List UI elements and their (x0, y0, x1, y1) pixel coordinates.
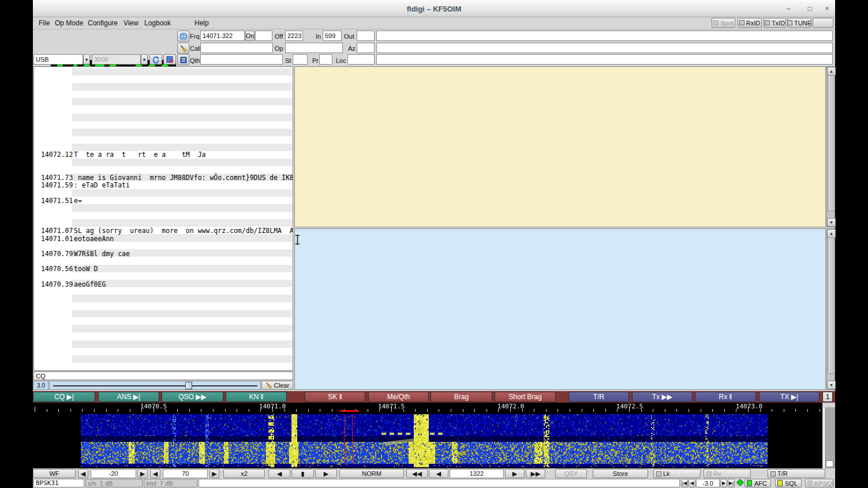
rxid-button[interactable]: RxID (738, 18, 762, 28)
menu-view[interactable]: View (124, 19, 139, 27)
macro-button-short-brag[interactable]: Short Brag (495, 392, 556, 402)
macro-button-cq[interactable]: CQ ▶| (33, 392, 95, 402)
menu-op-mode[interactable]: Op Mode (55, 19, 83, 27)
tune-checkbox[interactable] (787, 20, 792, 25)
rx-scroll-thumb[interactable] (828, 75, 835, 211)
macro-button-ans[interactable]: ANS ▶| (98, 392, 159, 402)
qth-input[interactable] (200, 54, 283, 65)
macro-button-qso[interactable]: QSO ▶▶ (162, 392, 223, 402)
waterfall-side-slider[interactable] (824, 407, 835, 468)
macro-button-rx[interactable]: Rx ‖ (695, 392, 756, 402)
qsy-ffleft-button[interactable]: ◀◀ (406, 469, 428, 478)
afc-button[interactable]: AFC (744, 479, 771, 487)
store-button[interactable]: Store (593, 469, 648, 478)
wf-shift-right-button[interactable]: ▶ (315, 469, 337, 478)
nudge-right-button[interactable]: ▶ (720, 479, 727, 487)
lower-signal-value[interactable]: -20 (91, 469, 136, 478)
range-down-button[interactable]: ◀ (150, 469, 160, 478)
az-input[interactable] (357, 43, 375, 53)
slider-thumb[interactable] (185, 382, 192, 389)
sideband-dropdown-arrow[interactable]: ▼ (83, 54, 90, 65)
signal-browser[interactable]: 14072.12T te a ra t rt e a tM Ja14071.73… (33, 66, 293, 371)
signal-line[interactable]: 14071.73 name is Giovanni mrno JM88DVfo:… (34, 174, 293, 181)
st-input[interactable] (293, 54, 308, 65)
on-button[interactable]: On (245, 31, 255, 41)
macro-button-me-qth[interactable]: Me/Qth (368, 392, 429, 402)
macro-button-kn[interactable]: KN ‖ (226, 392, 287, 402)
tx-macro-preview[interactable]: CQ (33, 371, 293, 380)
offset-value[interactable]: -3.0 (696, 479, 720, 487)
qrz-lookup-button[interactable] (177, 31, 189, 42)
waterfall-side-thumb[interactable] (826, 460, 833, 467)
rx-scroll-up-icon[interactable]: ▲ (827, 67, 836, 76)
rx-text-panel[interactable] (294, 66, 826, 227)
range-value[interactable]: 70 (163, 469, 208, 478)
signal-line[interactable]: 14071.51e= (34, 197, 293, 204)
wf-shift-left-button[interactable]: ◀ (268, 469, 290, 478)
notes-input-1[interactable] (376, 31, 833, 41)
menu-help[interactable]: Help (194, 19, 209, 27)
signal-line[interactable]: 14071.07SL ag (sorry ureau) more on www.… (34, 227, 293, 234)
notes-input-3[interactable] (376, 54, 833, 65)
signal-line[interactable]: 14071.01eotoaeeAnn (34, 235, 293, 242)
notes-input-2[interactable] (376, 43, 833, 53)
qsy-left-button[interactable]: ◀ (429, 469, 448, 478)
macro-button-brag[interactable]: Brag (431, 392, 492, 402)
lock-button[interactable]: Lk (653, 469, 701, 478)
signal-line[interactable]: 14072.12T te a ra t rt e a tM Ja (34, 151, 293, 158)
blank-button[interactable] (813, 18, 833, 28)
save-entry-button[interactable] (177, 54, 189, 65)
maximize-button[interactable]: □ (805, 4, 815, 13)
rx-scroll-down-icon[interactable]: ▼ (827, 218, 836, 227)
squelch-slider[interactable] (49, 381, 261, 390)
tx-text-panel[interactable] (294, 228, 826, 390)
sideband-select[interactable]: USB (33, 54, 83, 65)
loc-input[interactable] (347, 54, 375, 65)
rst-in-input[interactable]: 599 (323, 31, 342, 41)
op-input[interactable] (285, 43, 343, 53)
qsy-ffright-button[interactable]: ▶▶ (526, 469, 545, 478)
tx-scroll-up-icon[interactable]: ▲ (827, 229, 836, 238)
lock-checkbox[interactable] (656, 471, 661, 476)
carrier-value[interactable]: 1322 (450, 469, 504, 478)
waterfall-display[interactable] (33, 412, 822, 468)
call-input[interactable] (200, 43, 273, 53)
sync-button[interactable] (149, 54, 162, 65)
nudge-end-button[interactable]: ▶| (728, 479, 735, 487)
macro-button-tx[interactable]: TX ▶| (759, 392, 820, 402)
tx-scrollbar[interactable]: ▲ ▼ (826, 228, 835, 390)
wf-speed-button[interactable]: NORM (339, 469, 404, 478)
rx-scrollbar[interactable]: ▲ ▼ (826, 66, 835, 227)
zoom-button[interactable]: x2 (223, 469, 265, 478)
menu-configure[interactable]: Configure (88, 19, 118, 27)
off-time-input[interactable]: 2223 (285, 31, 303, 41)
txrx-button[interactable]: T/R (768, 469, 825, 478)
snap-button[interactable] (163, 54, 176, 65)
txid-checkbox[interactable] (765, 20, 770, 25)
tx-scroll-thumb[interactable] (828, 237, 835, 374)
rxid-checkbox[interactable] (739, 20, 744, 25)
wf-center-button[interactable]: ▮ (291, 469, 314, 478)
lower-signal-up-button[interactable]: ▶ (137, 469, 148, 478)
mode-status[interactable]: BPSK31 (33, 479, 84, 487)
on-time-input[interactable] (255, 31, 272, 41)
clear-fields-button[interactable] (177, 43, 189, 54)
range-up-button[interactable]: ▶ (209, 469, 219, 478)
txid-button[interactable]: TxID (764, 18, 786, 28)
close-button[interactable]: × (822, 4, 832, 13)
macro-button-1[interactable]: 1 (822, 392, 833, 402)
minimize-button[interactable]: – (783, 4, 794, 13)
macro-button-sk[interactable]: SK ‖ (305, 392, 365, 402)
pr-input[interactable] (319, 54, 332, 65)
clear-tx-button[interactable]: Clear (261, 381, 293, 390)
signal-line[interactable]: 14070.56tooW D (34, 265, 293, 272)
rst-out-input[interactable] (357, 31, 375, 41)
sql-button[interactable]: SQL (775, 479, 802, 487)
macro-button-t-r[interactable]: T/R (568, 392, 629, 402)
bandwidth-dropdown-arrow[interactable]: ▼ (141, 54, 148, 65)
nudge-start-button[interactable]: |◀ (681, 479, 688, 487)
menu-logbook[interactable]: Logbook (144, 19, 171, 27)
txrx-checkbox[interactable] (770, 471, 776, 476)
signal-line[interactable]: 14070.39aeoGf0EG (34, 280, 293, 288)
menu-file[interactable]: File (39, 19, 50, 27)
